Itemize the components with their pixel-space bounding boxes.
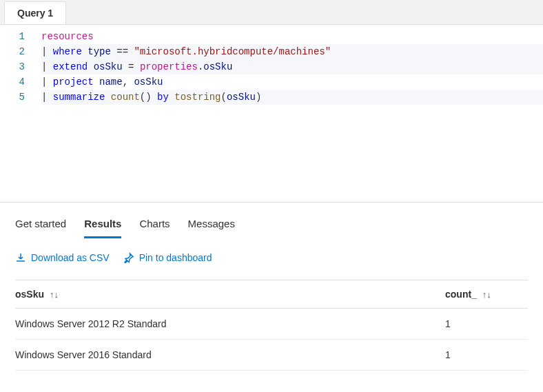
code-line[interactable]: | project name, osSku <box>41 74 543 90</box>
results-area: Get started Results Charts Messages Down… <box>0 203 543 371</box>
pin-dashboard-label: Pin to dashboard <box>139 252 212 263</box>
tab-charts[interactable]: Charts <box>139 214 170 238</box>
download-csv-label: Download as CSV <box>31 252 110 263</box>
results-table: osSku ↑↓ count_ ↑↓ Windows Server 2012 R… <box>15 280 528 371</box>
pin-dashboard-button[interactable]: Pin to dashboard <box>123 252 212 263</box>
tab-get-started[interactable]: Get started <box>15 214 66 238</box>
query-editor[interactable]: 12345 resources| where type == "microsof… <box>0 25 543 203</box>
table-header-row: osSku ↑↓ count_ ↑↓ <box>15 280 528 309</box>
cell-ossku: Windows Server 2016 Standard <box>15 340 445 371</box>
column-header-count[interactable]: count_ ↑↓ <box>445 280 528 309</box>
pin-icon <box>123 252 134 263</box>
column-header-label: osSku <box>15 289 44 300</box>
editor-gutter: 12345 <box>0 29 34 202</box>
code-line[interactable]: resources <box>41 29 543 44</box>
column-header-ossku[interactable]: osSku ↑↓ <box>15 280 445 309</box>
query-tab-bar: Query 1 <box>0 0 543 25</box>
column-header-label: count_ <box>445 289 477 300</box>
tab-results[interactable]: Results <box>84 214 121 238</box>
sort-icon: ↑↓ <box>50 289 59 300</box>
results-tabs: Get started Results Charts Messages <box>15 214 528 238</box>
results-actions: Download as CSV Pin to dashboard <box>15 252 528 263</box>
line-number: 2 <box>0 44 25 59</box>
code-line[interactable]: | summarize count() by tostring(osSku) <box>41 90 543 105</box>
code-line[interactable]: | where type == "microsoft.hybridcompute… <box>41 44 543 59</box>
line-number: 1 <box>0 29 25 44</box>
cell-ossku: Windows Server 2012 R2 Standard <box>15 309 445 340</box>
tab-messages[interactable]: Messages <box>188 214 235 238</box>
line-number: 4 <box>0 74 25 90</box>
query-tab[interactable]: Query 1 <box>4 1 66 24</box>
download-csv-button[interactable]: Download as CSV <box>15 252 110 263</box>
code-line[interactable]: | extend osSku = properties.osSku <box>41 59 543 74</box>
download-icon <box>15 252 26 263</box>
line-number: 5 <box>0 90 25 105</box>
cell-count: 1 <box>445 309 528 340</box>
table-body: Windows Server 2012 R2 Standard1Windows … <box>15 309 528 371</box>
editor-code[interactable]: resources| where type == "microsoft.hybr… <box>34 29 543 202</box>
sort-icon: ↑↓ <box>482 289 491 300</box>
table-row[interactable]: Windows Server 2012 R2 Standard1 <box>15 309 528 340</box>
line-number: 3 <box>0 59 25 74</box>
table-row[interactable]: Windows Server 2016 Standard1 <box>15 340 528 371</box>
cell-count: 1 <box>445 340 528 371</box>
